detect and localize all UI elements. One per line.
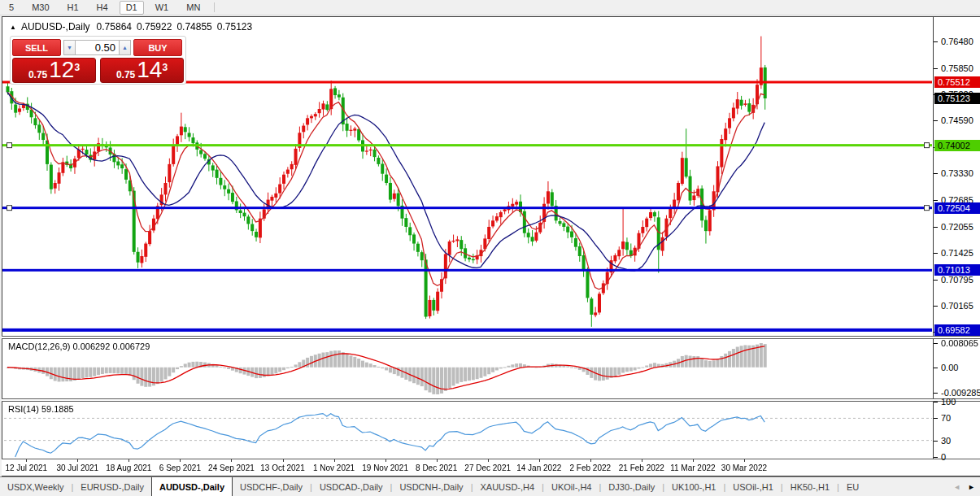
symbol-tab-usdcnh-daily[interactable]: USDCNH-,Daily <box>392 477 470 496</box>
price-tick-mark <box>934 120 938 121</box>
price-level-badge: 0.69582 <box>934 324 980 336</box>
price-tick-label: 0.75850 <box>941 63 980 73</box>
timeframe-button-h4[interactable]: H4 <box>90 1 115 15</box>
timeframe-toolbar: 5M30H1H4D1W1MN <box>0 0 980 15</box>
volume-increase-button[interactable]: ▲ <box>119 40 131 55</box>
date-tick-mark <box>180 459 181 462</box>
date-tick-mark <box>128 459 129 462</box>
timeframe-button-d1[interactable]: D1 <box>120 1 144 15</box>
sell-price-prefix: 0.75 <box>28 69 47 80</box>
rsi-tick-mark <box>934 418 938 419</box>
rsi-header: RSI(14) 59.1885 <box>8 404 74 414</box>
buy-price-button[interactable]: 0.75 14 3 <box>100 58 184 83</box>
price-tick-label: 0.74590 <box>941 115 980 125</box>
price-tick-mark <box>934 306 938 307</box>
sell-button[interactable]: SELL <box>12 39 61 56</box>
date-label: 19 Nov 2021 <box>362 463 408 472</box>
buy-price-pip: 3 <box>162 57 168 78</box>
volume-input[interactable]: 0.50 <box>76 40 119 55</box>
rsi-tick-mark <box>934 457 938 458</box>
macd-tick-mark <box>934 393 938 394</box>
symbol-tab-audusd-daily[interactable]: AUDUSD-,Daily <box>151 476 233 496</box>
date-tick-mark <box>693 459 694 462</box>
sell-price-big: 12 <box>49 59 74 80</box>
date-tick-mark <box>231 459 232 462</box>
chevron-up-icon: ▲ <box>122 45 128 50</box>
symbol-tab-xauusd-h4[interactable]: XAUUSD-,H4 <box>473 477 542 496</box>
timeframe-button-w1[interactable]: W1 <box>149 1 176 15</box>
date-label: 8 Dec 2021 <box>416 463 457 472</box>
price-tick-mark <box>934 68 938 69</box>
macd-tick-mark <box>934 368 938 368</box>
price-tick-mark <box>934 253 938 254</box>
one-click-trade-panel: SELL ▼ 0.50 ▲ BUY 0.75 12 3 0.75 14 3 <box>10 36 186 85</box>
date-label: 12 Jul 2021 <box>5 463 47 472</box>
symbol-tab-hk50-h1[interactable]: HK50-,H1 <box>783 477 837 496</box>
date-tick-mark <box>539 459 540 462</box>
date-tick-mark <box>334 459 335 462</box>
rsi-panel-canvas[interactable] <box>2 402 932 459</box>
symbol-tab-eu[interactable]: EU <box>839 477 866 496</box>
macd-tick-mark <box>934 343 938 344</box>
ohlc-low: 0.74855 <box>176 21 211 33</box>
symbol-tab-usdcad-daily[interactable]: USDCAD-,Daily <box>312 477 390 496</box>
tab-scroll-controls: ◄► <box>946 477 980 496</box>
price-tick-label: 0.72055 <box>941 222 980 232</box>
symbol-tab-usoil-h1[interactable]: USOil-,H1 <box>725 477 781 496</box>
symbol-tab-ukoil-h4[interactable]: UKOil-,H4 <box>544 477 599 496</box>
panel-splitter-macd[interactable] <box>2 336 980 339</box>
date-tick-mark <box>77 459 78 462</box>
date-label: 1 Nov 2021 <box>313 463 355 472</box>
timeframe-button-mn[interactable]: MN <box>180 1 207 15</box>
symbol-tab-usdchf-daily[interactable]: USDCHF-,Daily <box>233 477 310 496</box>
chevron-down-icon: ▼ <box>67 45 72 50</box>
volume-decrease-button[interactable]: ▼ <box>63 40 76 55</box>
price-tick-mark <box>934 280 938 281</box>
date-axis[interactable]: 12 Jul 202130 Jul 202118 Aug 20216 Sep 2… <box>2 459 933 476</box>
rsi-tick-mark <box>934 441 938 442</box>
price-tick-label: 0.76480 <box>941 37 980 46</box>
symbol-tab-dj30-daily[interactable]: DJ30-,Daily <box>601 477 662 496</box>
collapse-panel-icon[interactable]: ▲ <box>10 24 16 31</box>
date-label: 2 Feb 2022 <box>569 463 611 472</box>
tab-scroll-left-icon[interactable]: ◄ <box>953 483 960 491</box>
price-tick-label: 0.71425 <box>941 248 980 258</box>
date-label: 21 Feb 2022 <box>619 463 664 472</box>
buy-button[interactable]: BUY <box>133 39 182 56</box>
timeframe-button-h1[interactable]: H1 <box>61 1 85 15</box>
price-level-badge: 0.74002 <box>934 140 980 151</box>
date-label: 11 Mar 2022 <box>670 463 715 472</box>
date-label: 14 Jan 2022 <box>516 463 561 472</box>
price-tick-label: 0.70165 <box>941 301 980 311</box>
symbol-tab-eurusd-daily[interactable]: EURUSD-,Daily <box>73 477 151 496</box>
tab-scroll-right-icon[interactable]: ► <box>968 483 975 491</box>
sell-price-pip: 3 <box>74 57 80 78</box>
date-tick-mark <box>744 459 745 462</box>
macd-tick-label: 0.008065 <box>941 338 980 348</box>
sell-price-button[interactable]: 0.75 12 3 <box>12 58 96 83</box>
symbol-label: AUDUSD-,Daily <box>21 21 90 33</box>
price-level-badge: 0.71013 <box>934 264 980 276</box>
symbol-tab-uk100-h1[interactable]: UK100-,H1 <box>664 477 723 496</box>
date-label: 18 Aug 2021 <box>106 463 151 472</box>
timeframe-button-m30[interactable]: M30 <box>25 1 55 15</box>
date-tick-mark <box>437 459 438 462</box>
macd-tick-label: 0.00 <box>941 363 980 372</box>
rsi-tick-label: 0 <box>941 452 980 462</box>
price-tick-label: 0.70795 <box>941 275 980 285</box>
date-tick-mark <box>488 459 489 462</box>
date-tick-mark <box>642 459 642 462</box>
panel-splitter-rsi[interactable] <box>2 398 980 402</box>
date-label: 6 Sep 2021 <box>159 463 201 472</box>
date-tick-mark <box>283 459 284 462</box>
rsi-tick-label: 100 <box>941 397 980 407</box>
date-label: 30 Jul 2021 <box>56 463 98 472</box>
price-tick-mark <box>934 173 938 174</box>
symbol-tabbar: USDX,Weekly|EURUSD-,DailyAUDUSD-,DailyUS… <box>0 476 980 496</box>
symbol-tab-usdx-weekly[interactable]: USDX,Weekly <box>0 477 71 496</box>
price-level-badge: 0.75512 <box>934 76 980 88</box>
date-label: 13 Oct 2021 <box>260 463 304 472</box>
price-tick-label: 0.73330 <box>941 168 980 178</box>
timeframe-button-5[interactable]: 5 <box>2 1 20 15</box>
chart-title: ▲ AUDUSD-,Daily 0.75864 0.75922 0.74855 … <box>10 21 257 33</box>
